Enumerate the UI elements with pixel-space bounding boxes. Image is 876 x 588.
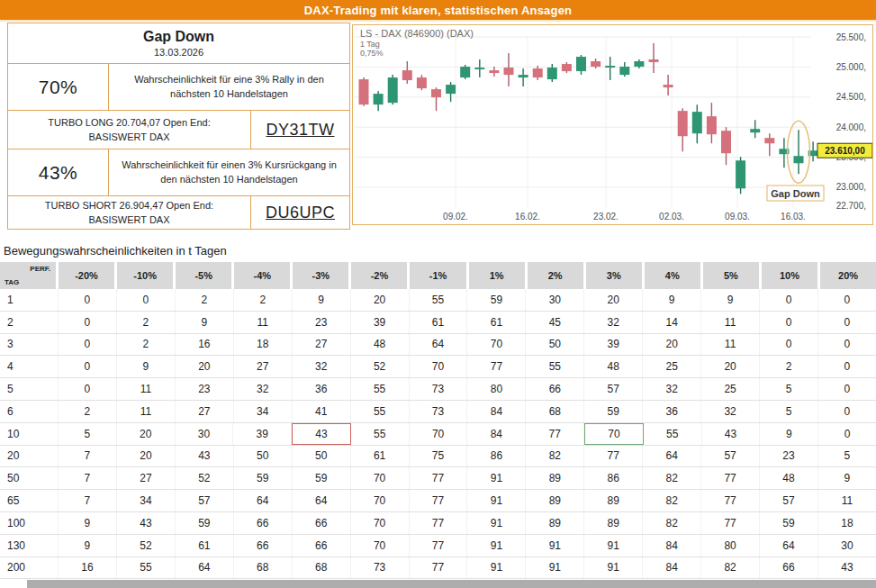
table-cell: 9: [59, 535, 117, 556]
table-cell: 82: [526, 446, 584, 467]
column-header: -20%: [59, 262, 117, 289]
signal-name: Gap Down: [143, 29, 214, 45]
table-cell: 41: [293, 401, 351, 422]
table-row: 2001655646868737791919184826643: [0, 557, 876, 580]
candle: [721, 127, 731, 165]
horizontal-scrollbar[interactable]: [27, 580, 876, 588]
candle: [359, 77, 369, 106]
column-header: -1%: [410, 262, 468, 289]
table-cell: 30: [176, 423, 234, 445]
gap-down-annotation-label: Gap Down: [771, 188, 820, 199]
tag-cell: 65: [0, 490, 59, 511]
table-row: 105203039435570847770554390: [0, 423, 876, 446]
candle: [707, 103, 717, 143]
table-cell: 0: [760, 334, 818, 356]
table-cell: 82: [643, 512, 701, 534]
y-axis-tick-label: 24.000,: [836, 122, 866, 132]
table-cell: 57: [176, 490, 234, 511]
table-cell: 66: [293, 512, 351, 534]
candlestick-chart: 09.02.16.02.23.02.02.03.09.03.16.03.25.5…: [353, 25, 872, 224]
table-cell: 7: [59, 446, 117, 467]
table-cell: 66: [526, 378, 584, 400]
table-row: 3021618274864705039201100: [0, 334, 876, 357]
table-cell: 0: [117, 289, 176, 311]
table-cell: 64: [410, 334, 468, 356]
table-cell: 70: [410, 356, 468, 377]
candle: [678, 108, 688, 151]
last-price-label: 23.610,00: [825, 146, 865, 156]
table-cell: 36: [293, 378, 351, 400]
table-cell: 55: [410, 289, 468, 311]
table-cell: 39: [351, 312, 410, 333]
table-cell: 55: [644, 423, 702, 445]
turbo-short-wkn-link[interactable]: DU6UPC: [266, 204, 335, 222]
tag-cell: 5: [0, 378, 59, 400]
table-cell: 7: [59, 490, 117, 511]
column-header: -10%: [117, 262, 176, 289]
candle: [562, 62, 572, 73]
table-cell: 61: [351, 446, 410, 467]
table-cell: 57: [760, 490, 818, 511]
table-cell: 91: [467, 512, 526, 534]
table-cell: 61: [467, 312, 526, 333]
table-cell: 11: [818, 490, 876, 511]
x-axis-tick-label: 23.02.: [593, 212, 619, 222]
table-cell: 91: [526, 557, 584, 579]
table-cell: 91: [467, 557, 526, 579]
table-cell: 34: [117, 490, 176, 511]
x-axis-tick-label: 02.03.: [659, 212, 684, 222]
table-row: 4092027325270775548252020: [0, 356, 876, 378]
table-cell: 0: [818, 289, 876, 311]
candle: [649, 43, 659, 73]
table-row: 62112734415573846859363250: [0, 401, 876, 423]
table-cell: 0: [818, 378, 876, 400]
table-cell: 48: [351, 334, 410, 356]
rally-probability: 70%: [39, 77, 78, 98]
table-cell: 77: [526, 423, 584, 445]
candle: [446, 82, 456, 102]
table-cell: 43: [176, 446, 234, 467]
y-axis-tick-label: 25.500,: [836, 32, 866, 42]
table-cell: 0: [59, 378, 117, 400]
table-cell: 0: [818, 401, 876, 422]
table-row: 10022920555930209900: [0, 289, 876, 312]
x-axis-tick-label: 09.03.: [725, 212, 750, 222]
table-cell: 36: [643, 401, 701, 422]
table-cell: 77: [701, 490, 760, 511]
table-cell: 20: [351, 289, 410, 311]
table-cell: 89: [584, 490, 643, 511]
table-row: 5072752595970779189868277489: [0, 467, 876, 490]
table-cell: 86: [467, 446, 526, 467]
table-row: 100943596666707791898982775918: [0, 512, 876, 535]
table-cell: 57: [584, 378, 643, 400]
table-cell: 27: [117, 467, 176, 489]
turbo-long-wkn-link[interactable]: DY31TW: [266, 121, 334, 140]
tag-axis-label: TAG: [5, 278, 19, 286]
highlighted-cell-decline: 43: [292, 423, 351, 445]
table-row: 2072043505061758682776457235: [0, 446, 876, 468]
tag-cell: 4: [0, 356, 59, 377]
table-cell: 20: [176, 356, 234, 377]
table-cell: 82: [643, 490, 701, 511]
table-cell: 11: [117, 401, 176, 422]
table-cell: 77: [410, 490, 468, 511]
table-cell: 20: [701, 356, 760, 377]
candle: [374, 91, 384, 111]
table-cell: 14: [643, 312, 701, 333]
table-cell: 18: [818, 512, 876, 534]
table-cell: 73: [410, 401, 468, 422]
table-cell: 52: [176, 467, 234, 489]
highlighted-cell-rally: 70: [584, 423, 644, 445]
table-cell: 2: [176, 289, 234, 311]
table-cell: 20: [117, 423, 176, 445]
table-cell: 66: [234, 535, 293, 556]
table-cell: 2: [117, 334, 176, 356]
column-header: -4%: [234, 262, 293, 289]
table-cell: 89: [526, 490, 584, 511]
table-cell: 16: [59, 557, 117, 579]
x-axis-tick-label: 16.02.: [515, 212, 540, 222]
table-cell: 59: [176, 512, 234, 534]
y-axis-tick-label: 22.700,: [836, 201, 866, 211]
table-cell: 30: [818, 535, 876, 556]
table-cell: 84: [643, 557, 701, 579]
